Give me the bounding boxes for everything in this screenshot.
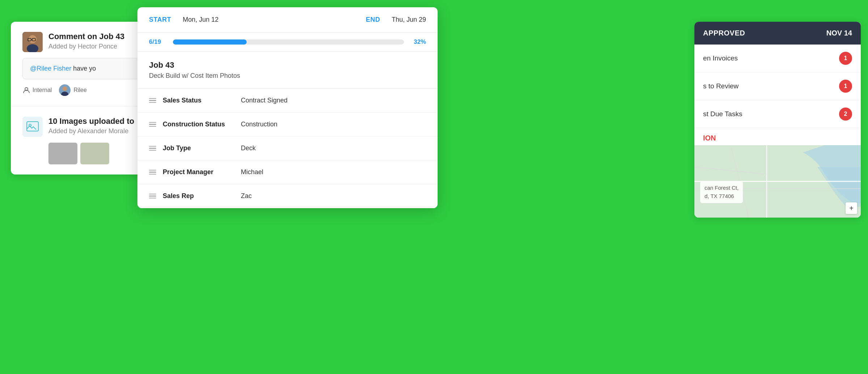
detail-value-job-type: Deck (241, 144, 256, 152)
comment-rest: have yo (73, 65, 96, 72)
detail-label-sales-rep: Sales Rep (163, 192, 235, 200)
thumbnail-2 (80, 143, 109, 164)
tasks-badge: 2 (839, 108, 852, 121)
list-icon-5 (149, 194, 157, 199)
map-plus-button[interactable]: + (846, 202, 857, 214)
mention-text[interactable]: @Rilee Fisher (30, 65, 71, 72)
rilee-name: Rilee (73, 87, 86, 93)
invoices-badge: 1 (839, 52, 852, 65)
progress-percent: 32% (410, 38, 426, 46)
activity-text-group-2: 10 Images uploaded to Added by Alexander… (48, 117, 134, 135)
modal-header-right: END Thu, Jun 29 (366, 16, 426, 24)
images-icon-box (22, 117, 43, 137)
review-label: s to Review (703, 82, 739, 90)
job-description: Deck Build w/ Cost Item Photos (149, 72, 426, 80)
detail-label-job-type: Job Type (163, 144, 235, 152)
thumbnail-1 (48, 143, 77, 164)
modal-job-info: Job 43 Deck Build w/ Cost Item Photos (137, 52, 438, 89)
detail-label-sales-status: Sales Status (163, 97, 235, 104)
list-icon-4 (149, 170, 157, 175)
progress-section: 6/19 32% (137, 33, 438, 52)
detail-value-sales-rep: Zac (241, 192, 252, 200)
invoices-label: en Invoices (703, 54, 738, 62)
job-title: Job 43 (149, 60, 426, 70)
activity-title-1: Comment on Job 43 (48, 32, 124, 41)
right-panel-header: APPROVED NOV 14 (694, 22, 861, 45)
internal-label: Internal (33, 87, 52, 93)
progress-bar-fill (173, 39, 247, 45)
start-label: START (149, 16, 171, 24)
address-line1: can Forest Ct, (705, 185, 739, 191)
address-line2: d, TX 77406 (705, 193, 734, 199)
activity-subtitle-2: Added by Alexander Morale (48, 127, 134, 135)
detail-value-construction-status: Construction (241, 121, 277, 128)
detail-label-construction-status: Construction Status (163, 121, 235, 128)
participant-rilee: Rilee (59, 84, 86, 96)
progress-bar-background (173, 39, 404, 45)
activity-text-group-1: Comment on Job 43 Added by Hector Ponce (48, 32, 124, 50)
activity-title-2: 10 Images uploaded to (48, 117, 134, 126)
list-icon-1 (149, 98, 157, 103)
detail-label-project-manager: Project Manager (163, 168, 235, 176)
right-panel: APPROVED NOV 14 en Invoices 1 s to Revie… (694, 22, 861, 218)
map-area: can Forest Ct, d, TX 77406 + (694, 145, 861, 218)
detail-row-sales-rep: Sales Rep Zac (137, 184, 438, 208)
detail-value-sales-status: Contract Signed (241, 97, 288, 104)
end-date: Thu, Jun 29 (392, 16, 426, 24)
participant-internal: Internal (22, 86, 52, 94)
activity-subtitle-1: Added by Hector Ponce (48, 43, 124, 50)
approved-label: APPROVED (703, 29, 745, 37)
start-date: Mon, Jun 12 (183, 16, 218, 24)
avatar-hector (22, 32, 43, 52)
avatar-rilee (59, 84, 71, 96)
end-label: END (366, 16, 380, 24)
tasks-label: st Due Tasks (703, 110, 742, 118)
section-ion-label: ION (694, 128, 861, 145)
modal-header-left: START Mon, Jun 12 (149, 16, 218, 24)
right-panel-item-tasks[interactable]: st Due Tasks 2 (694, 100, 861, 128)
list-icon-3 (149, 146, 157, 151)
list-icon-2 (149, 122, 157, 127)
modal-date-header: START Mon, Jun 12 END Thu, Jun 29 (137, 7, 438, 33)
job-detail-modal: START Mon, Jun 12 END Thu, Jun 29 6/19 3… (137, 7, 438, 208)
detail-row-sales-status: Sales Status Contract Signed (137, 89, 438, 113)
map-address: can Forest Ct, d, TX 77406 (700, 181, 743, 203)
detail-value-project-manager: Michael (241, 168, 263, 176)
review-badge: 1 (839, 80, 852, 93)
header-date: NOV 14 (826, 29, 852, 37)
image-icon (26, 120, 39, 133)
right-panel-item-review[interactable]: s to Review 1 (694, 72, 861, 100)
person-icon (22, 86, 30, 94)
svg-rect-10 (27, 122, 38, 131)
right-panel-item-invoices[interactable]: en Invoices 1 (694, 45, 861, 72)
detail-row-construction-status: Construction Status Construction (137, 113, 438, 136)
svg-point-8 (63, 87, 67, 91)
progress-date: 6/19 (149, 38, 167, 46)
detail-row-project-manager: Project Manager Michael (137, 160, 438, 184)
detail-row-job-type: Job Type Deck (137, 136, 438, 160)
